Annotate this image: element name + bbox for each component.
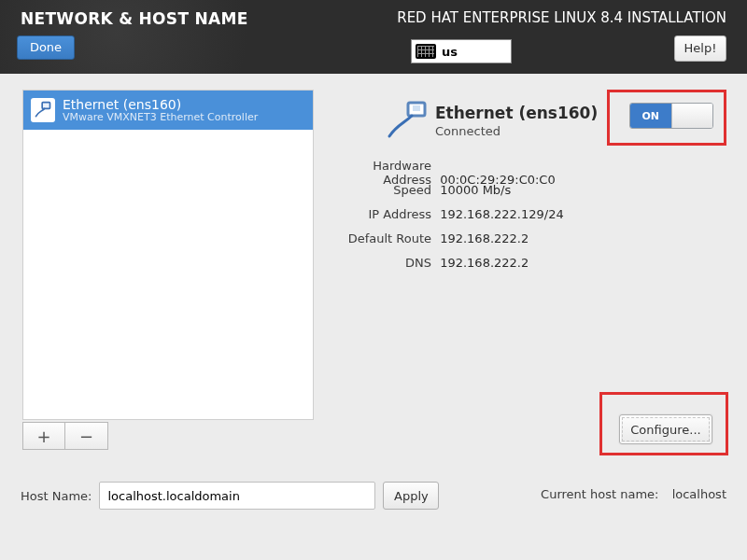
current-hostname-value: localhost (672, 487, 726, 501)
detail-interface-name: Ethernet (ens160) (435, 104, 598, 122)
toggle-knob (671, 104, 713, 128)
toggle-on-label: ON (630, 104, 671, 128)
hostname-label: Host Name: (21, 489, 92, 503)
page-title: NETWORK & HOST NAME (21, 9, 248, 28)
label-dns: DNS (327, 256, 431, 270)
help-button[interactable]: Help! (674, 35, 726, 62)
remove-interface-button[interactable]: − (65, 422, 108, 450)
svg-rect-2 (413, 105, 420, 111)
label-default-route: Default Route (327, 231, 431, 245)
keyboard-icon (416, 44, 436, 59)
done-button[interactable]: Done (17, 35, 75, 60)
hostname-input[interactable] (99, 482, 375, 510)
detail-status: Connected (435, 124, 598, 138)
value-ip-address: 192.168.222.129/24 (440, 207, 564, 221)
svg-rect-0 (42, 103, 49, 109)
ethernet-icon (386, 101, 429, 138)
add-interface-button[interactable]: + (22, 422, 65, 450)
configure-button[interactable]: Configure... (619, 414, 712, 444)
value-dns: 192.168.222.2 (440, 256, 529, 270)
label-speed: Speed (327, 183, 431, 197)
label-ip-address: IP Address (327, 207, 431, 221)
value-speed: 10000 Mb/s (440, 183, 511, 197)
interface-list-item[interactable]: Ethernet (ens160) VMware VMXNET3 Etherne… (23, 91, 313, 130)
value-default-route: 192.168.222.2 (440, 231, 529, 245)
current-hostname-label: Current host name: (541, 487, 658, 501)
installer-title: RED HAT ENTERPRISE LINUX 8.4 INSTALLATIO… (397, 9, 726, 26)
keyboard-layout-indicator[interactable]: us (411, 39, 512, 63)
connection-toggle[interactable]: ON (629, 103, 713, 129)
keyboard-layout-label: us (442, 45, 458, 59)
ethernet-icon (31, 98, 55, 122)
interface-name: Ethernet (ens160) (63, 97, 258, 112)
interface-list[interactable]: Ethernet (ens160) VMware VMXNET3 Etherne… (22, 90, 314, 420)
interface-subtitle: VMware VMXNET3 Ethernet Controller (63, 112, 258, 124)
apply-hostname-button[interactable]: Apply (383, 482, 439, 510)
